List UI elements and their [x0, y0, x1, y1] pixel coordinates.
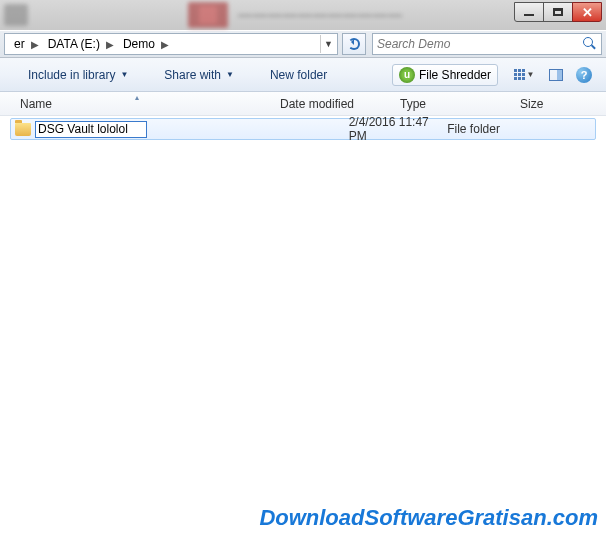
- column-header-size[interactable]: Size: [510, 92, 570, 115]
- file-date-cell: 2/4/2016 11:47 PM: [349, 115, 448, 143]
- share-with-button[interactable]: Share with ▼: [156, 64, 242, 86]
- chevron-down-icon: ▼: [324, 39, 333, 49]
- help-icon: ?: [576, 67, 592, 83]
- breadcrumb[interactable]: er ▶ DATA (E:) ▶ Demo ▶ ▼: [4, 33, 338, 55]
- include-in-library-button[interactable]: Include in library ▼: [20, 64, 136, 86]
- preview-pane-button[interactable]: [543, 63, 569, 87]
- chevron-right-icon[interactable]: ▶: [27, 39, 43, 50]
- folder-icon: [15, 123, 31, 136]
- breadcrumb-label: er: [14, 37, 25, 51]
- breadcrumb-item-0[interactable]: er: [9, 34, 27, 54]
- chevron-down-icon: ▼: [527, 70, 535, 79]
- background-blur: ———————————: [0, 0, 403, 30]
- breadcrumb-item-2[interactable]: Demo: [118, 34, 157, 54]
- refresh-icon: [348, 38, 360, 50]
- view-icon: [514, 69, 525, 80]
- watermark-text: DownloadSoftwareGratisan.com: [259, 505, 598, 531]
- chevron-down-icon: ▼: [120, 70, 128, 79]
- rename-input[interactable]: [35, 121, 147, 138]
- column-headers: Name ▴ Date modified Type Size: [0, 92, 606, 116]
- newfolder-label: New folder: [270, 68, 327, 82]
- chevron-right-icon[interactable]: ▶: [102, 39, 118, 50]
- breadcrumb-item-1[interactable]: DATA (E:): [43, 34, 102, 54]
- refresh-button[interactable]: [342, 33, 366, 55]
- column-label: Name: [20, 97, 52, 111]
- breadcrumb-label: Demo: [123, 37, 155, 51]
- include-label: Include in library: [28, 68, 115, 82]
- shredder-icon: u: [399, 67, 415, 83]
- help-button[interactable]: ?: [571, 63, 597, 87]
- column-header-date[interactable]: Date modified: [270, 92, 390, 115]
- address-bar: er ▶ DATA (E:) ▶ Demo ▶ ▼: [0, 30, 606, 58]
- breadcrumb-label: DATA (E:): [48, 37, 100, 51]
- column-label: Size: [520, 97, 543, 111]
- search-input[interactable]: [377, 37, 583, 51]
- maximize-button[interactable]: [543, 2, 573, 22]
- file-name-cell[interactable]: [15, 121, 219, 138]
- chevron-right-icon[interactable]: ▶: [157, 39, 173, 50]
- column-header-name[interactable]: Name ▴: [0, 92, 270, 115]
- file-list[interactable]: 2/4/2016 11:47 PM File folder: [0, 116, 606, 142]
- file-shredder-button[interactable]: u File Shredder: [392, 64, 498, 86]
- search-box[interactable]: [372, 33, 602, 55]
- share-label: Share with: [164, 68, 221, 82]
- minimize-icon: [524, 14, 534, 16]
- new-folder-button[interactable]: New folder: [262, 64, 335, 86]
- window-controls: ✕: [515, 2, 602, 22]
- chevron-down-icon: ▼: [226, 70, 234, 79]
- column-header-type[interactable]: Type: [390, 92, 510, 115]
- view-options-button[interactable]: ▼: [507, 63, 541, 87]
- toolbar: Include in library ▼ Share with ▼ New fo…: [0, 58, 606, 92]
- file-type-cell: File folder: [447, 122, 546, 136]
- sort-ascending-icon: ▴: [135, 93, 139, 102]
- column-label: Type: [400, 97, 426, 111]
- breadcrumb-history-dropdown[interactable]: ▼: [320, 35, 336, 53]
- search-icon[interactable]: [583, 37, 597, 51]
- column-label: Date modified: [280, 97, 354, 111]
- file-row[interactable]: 2/4/2016 11:47 PM File folder: [10, 118, 596, 140]
- minimize-button[interactable]: [514, 2, 544, 22]
- shredder-label: File Shredder: [419, 68, 491, 82]
- titlebar: ——————————— ✕: [0, 0, 606, 30]
- close-button[interactable]: ✕: [572, 2, 602, 22]
- maximize-icon: [553, 8, 563, 16]
- preview-pane-icon: [549, 69, 563, 81]
- close-icon: ✕: [582, 5, 593, 20]
